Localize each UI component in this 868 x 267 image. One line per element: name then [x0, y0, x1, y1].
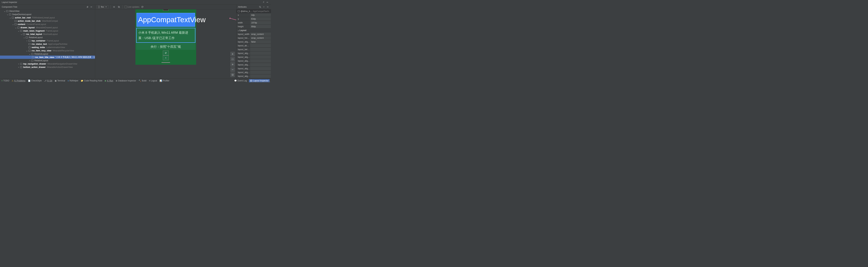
- tree-row[interactable]: ⌄rss_total_layout - BoxInsetLayout: [0, 32, 95, 36]
- attribute-row[interactable]: height88dp: [237, 25, 271, 28]
- tree-row[interactable]: action_mode_bar_stub - ViewStubCompat: [0, 19, 95, 23]
- expand-toggle[interactable]: ⌄: [12, 23, 14, 26]
- attr-value[interactable]: [250, 75, 271, 78]
- tree-row[interactable]: rss_status_text - AppCompatTextView: [0, 42, 95, 46]
- problems-toolwindow[interactable]: ⚠6: Problems: [12, 80, 25, 82]
- tree-row[interactable]: ⌄action_bar_root - FitWindowsLinearLayou…: [0, 16, 95, 19]
- tree-row[interactable]: ⌄rss_item_recy_view - WearableRecyclerVi…: [0, 49, 95, 52]
- expand-toggle[interactable]: ⌄: [20, 33, 23, 35]
- tree-row[interactable]: ⌄RelativeLayout: [0, 36, 95, 39]
- expand-toggle[interactable]: ›: [18, 63, 20, 65]
- build-toolwindow[interactable]: 🔨Build: [138, 80, 147, 82]
- live-updates-toggle[interactable]: Live updates: [124, 6, 140, 8]
- gear-icon[interactable]: [86, 5, 89, 9]
- attributes-body[interactable]: x4dpy63dpwidth197dpheight88dp⌄Layoutlayo…: [237, 13, 271, 78]
- rdhelper-toolwindow[interactable]: ●RdHelper: [67, 80, 78, 82]
- tree-row[interactable]: ⌄SwipeDismissLayout: [0, 13, 95, 16]
- refresh-watch-button[interactable]: [163, 51, 169, 55]
- preview-body[interactable]: AppCompatTextView 小米 8 手机刷入 Win11 ARM 最新…: [95, 9, 236, 79]
- attribute-row[interactable]: width197dp: [237, 21, 271, 25]
- attribute-row[interactable]: y63dp: [237, 17, 271, 21]
- tree-row[interactable]: waiting_lottie - LottieAnimationView: [0, 46, 95, 49]
- expand-toggle[interactable]: ⌄: [18, 30, 20, 32]
- next-news-card[interactable]: 央行：按照"十四五"规: [136, 43, 195, 50]
- attribute-row[interactable]: x4dp: [237, 13, 271, 17]
- attr-value[interactable]: 197dp: [250, 21, 271, 25]
- minimize-icon[interactable]: [266, 0, 269, 4]
- run-toolwindow[interactable]: ▶4: Run: [105, 80, 113, 82]
- attr-value[interactable]: false: [250, 40, 271, 43]
- codenote-toolwindow[interactable]: 📁Code Reading Note: [81, 80, 102, 82]
- minimize-icon[interactable]: [266, 5, 270, 9]
- tree-row[interactable]: ⌄main_news_fragment - FrameLayout: [0, 29, 95, 32]
- expand-toggle[interactable]: ⌄: [14, 26, 17, 29]
- tree-row[interactable]: ⌄drawer_layout - WearableDrawerLayout: [0, 26, 95, 29]
- attr-value[interactable]: [250, 55, 271, 59]
- eventlog-toolwindow[interactable]: 💬Event Log: [234, 79, 247, 82]
- tree-row[interactable]: ›top_container - FrameLayout: [0, 39, 95, 42]
- tree-body[interactable]: ⌄DecorView⌄SwipeDismissLayout⌄action_bar…: [0, 9, 95, 79]
- eye-icon[interactable]: [112, 5, 116, 9]
- section-header[interactable]: ⌄Layout: [237, 28, 271, 32]
- zoom-in-icon[interactable]: [230, 62, 235, 67]
- expand-toggle[interactable]: ⌄: [26, 50, 28, 52]
- expand-toggle[interactable]: ›: [18, 66, 20, 68]
- attr-value[interactable]: wrap_content: [250, 36, 271, 40]
- minimize-icon[interactable]: [89, 5, 93, 9]
- attribute-row[interactable]: layout_below: [237, 48, 271, 51]
- overlay-icon[interactable]: [117, 5, 121, 9]
- tree-row[interactable]: ⌄DecorView: [0, 9, 95, 13]
- gear-icon[interactable]: [261, 0, 266, 4]
- attribute-row[interactable]: layout_alig...: [237, 70, 271, 74]
- dbinspector-toolwindow[interactable]: ≣Database Inspector: [116, 80, 136, 82]
- tree-row[interactable]: ⌄RelativeLayout: [0, 52, 95, 56]
- attribute-row[interactable]: layout_alig...: [237, 59, 271, 63]
- expand-toggle[interactable]: ⌄: [28, 53, 31, 55]
- attribute-row[interactable]: layout_heightwrap_content: [237, 36, 271, 40]
- selection-overlay-label[interactable]: AppCompatTextView: [136, 13, 195, 27]
- attr-value[interactable]: [250, 67, 271, 70]
- logcat-toolwindow[interactable]: ≡Logcat: [149, 80, 157, 82]
- drawer-handle[interactable]: [136, 61, 195, 64]
- expand-toggle[interactable]: ⌄: [23, 36, 25, 39]
- attr-value[interactable]: 63dp: [250, 17, 271, 21]
- terminal-toolwindow[interactable]: ▣Terminal: [55, 80, 65, 82]
- refresh-icon[interactable]: [141, 5, 144, 9]
- attribute-row[interactable]: layout_alig...: [237, 74, 271, 78]
- search-icon[interactable]: [258, 5, 262, 9]
- expand-up-button[interactable]: [163, 55, 169, 60]
- profiler-toolwindow[interactable]: 📊Profiler: [159, 80, 169, 82]
- attr-value[interactable]: [250, 44, 271, 48]
- expand-toggle[interactable]: ⌄: [9, 17, 11, 19]
- attribute-row[interactable]: layout_alig...: [237, 67, 271, 70]
- tree-row[interactable]: ›bottom_action_drawer - WearableActionDr…: [0, 65, 95, 69]
- attr-value[interactable]: wrap_content: [250, 32, 271, 36]
- attr-value[interactable]: [250, 52, 271, 55]
- zoom-fit-icon[interactable]: [230, 72, 235, 77]
- expand-toggle[interactable]: ⌄: [3, 10, 6, 12]
- pan-icon[interactable]: [230, 52, 235, 56]
- attr-value[interactable]: [250, 71, 271, 74]
- attr-value[interactable]: [250, 48, 271, 51]
- gear-icon[interactable]: [262, 5, 266, 9]
- device-select-button[interactable]: flex: [96, 5, 108, 9]
- selected-news-card[interactable]: 小米 8 手机刷入 Win11 ARM 最新进展：USB /蓝牙已正常工作: [136, 28, 195, 43]
- attribute-row[interactable]: layout_alig...: [237, 51, 271, 55]
- attr-value[interactable]: [250, 59, 271, 63]
- attr-value[interactable]: 88dp: [250, 25, 271, 28]
- layers-icon[interactable]: [230, 57, 235, 61]
- tree-row[interactable]: ›RelativeLayout: [0, 59, 95, 62]
- tree-row[interactable]: ›top_navigation_drawer - WearableNavigat…: [0, 62, 95, 65]
- zoom-out-icon[interactable]: [230, 67, 235, 72]
- git-toolwindow[interactable]: ⎇9: Git: [44, 80, 52, 82]
- attribute-row[interactable]: layout_above: [237, 44, 271, 48]
- attribute-row[interactable]: layout_widthwrap_content: [237, 32, 271, 36]
- tree-row[interactable]: ⌄content - ContentFrameLayout: [0, 23, 95, 26]
- expand-toggle[interactable]: ›: [28, 59, 31, 62]
- tree-row[interactable]: rss_item_title_view - "小米 8 手机刷入 Win11 A…: [0, 56, 95, 59]
- attr-value[interactable]: [250, 63, 271, 66]
- attribute-row[interactable]: layout_alig...false: [237, 40, 271, 44]
- attribute-row[interactable]: layout_alig...: [237, 55, 271, 59]
- checkstyle-toolwindow[interactable]: 📄CheckStyle: [28, 80, 42, 82]
- expand-toggle[interactable]: ›: [26, 39, 28, 42]
